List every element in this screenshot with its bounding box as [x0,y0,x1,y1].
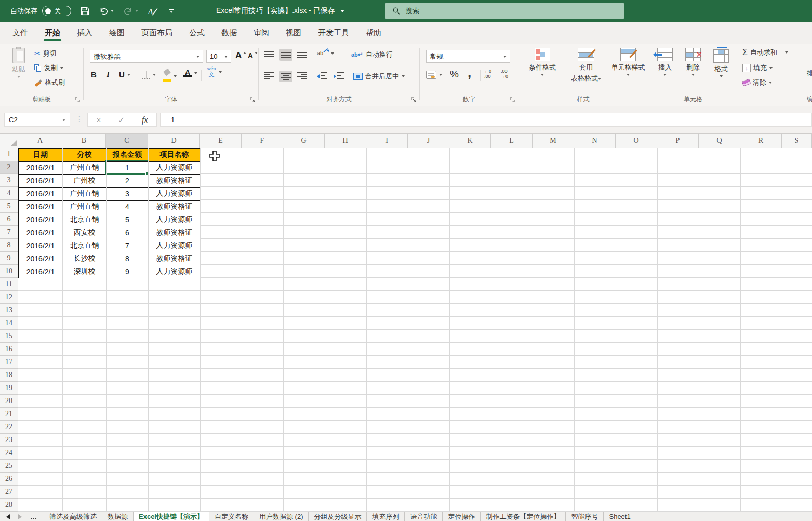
paste-button[interactable]: 粘贴 [7,48,30,78]
percent-style-button[interactable]: % [450,69,459,80]
phonetic-guide-button[interactable]: wén 文 [207,66,222,77]
copy-chevron[interactable] [60,67,63,69]
table-cell[interactable]: 深圳校 [63,265,107,278]
format-painter-button[interactable]: 格式刷 [34,78,65,87]
wrap-text-button[interactable]: ab↵ 自动换行 [351,50,393,59]
sheet-tab-5[interactable]: 分组及分级显示 [309,512,367,521]
column-header-M[interactable]: M [533,134,574,148]
phonetic-guide-chevron[interactable] [219,71,222,73]
clipboard-dialog-launcher[interactable] [75,97,81,103]
sheet-tab-4[interactable]: 用户数据源 (2) [254,512,309,521]
font-size-select[interactable]: 10 [206,50,231,63]
undo-dropdown-chevron[interactable] [111,10,114,12]
row-header-21[interactable]: 21 [0,408,18,421]
number-dialog-launcher[interactable] [510,97,515,103]
align-middle-button[interactable] [279,49,292,61]
table-cell[interactable]: 长沙校 [63,252,107,265]
sheet-tab-6[interactable]: 填充序列 [367,512,405,521]
column-header-Q[interactable]: Q [699,134,740,148]
font-color-button[interactable]: A [183,69,197,77]
column-header-L[interactable]: L [491,134,533,148]
column-header-H[interactable]: H [325,134,366,148]
row-header-15[interactable]: 15 [0,330,18,343]
orientation-chevron[interactable] [331,52,334,55]
table-cell[interactable]: 2016/2/1 [19,188,63,201]
shrink-font-button[interactable]: A [248,52,258,59]
table-cell[interactable]: 2016/2/1 [19,201,63,213]
table-header-cell[interactable]: 分校 [63,149,107,162]
row-header-4[interactable]: 4 [0,187,18,200]
row-header-3[interactable]: 3 [0,174,18,187]
format-as-table-button[interactable]: 套用 表格格式 [564,48,608,83]
name-box[interactable]: C2 [4,113,70,127]
alignment-dialog-launcher[interactable] [411,97,417,103]
format-cells-button[interactable]: 格式 [709,48,734,77]
sheet-nav-left-icon[interactable] [6,514,10,519]
table-cell[interactable]: 人力资源师 [149,239,201,252]
fill-chevron[interactable] [769,67,773,69]
align-top-button[interactable] [264,50,274,59]
autosum-button[interactable]: Σ 自动求和 [742,48,788,57]
row-header-22[interactable]: 22 [0,421,18,434]
row-header-1[interactable]: 1 [0,148,18,161]
row-header-19[interactable]: 19 [0,382,18,395]
grow-font-button[interactable]: A [235,51,246,60]
formula-input[interactable]: 1 [160,113,812,127]
increase-indent-button[interactable] [334,72,344,80]
table-header-cell[interactable]: 日期 [19,149,63,162]
table-cell[interactable]: 2016/2/1 [19,162,63,175]
sheet-tab-7[interactable]: 语音功能 [405,512,443,521]
table-cell[interactable]: 人力资源师 [149,162,201,175]
table-cell[interactable]: 6 [107,226,149,239]
copy-button[interactable]: 复制 [34,63,63,73]
orientation-button[interactable]: ab [317,49,334,58]
delete-cells-button[interactable]: ✕ 删除 [681,48,705,76]
ribbon-tab-1[interactable]: 开始 [36,22,69,44]
borders-button[interactable] [142,71,156,79]
ribbon-tab-3[interactable]: 绘图 [101,22,133,44]
decrease-decimal-button[interactable]: .00 →0 [501,69,508,79]
decrease-indent-button[interactable] [317,72,327,80]
undo-button[interactable] [99,7,114,16]
ribbon-tab-6[interactable]: 数据 [213,22,245,44]
table-cell[interactable]: 人力资源师 [149,265,201,278]
borders-chevron[interactable] [153,74,156,76]
row-header-16[interactable]: 16 [0,343,18,356]
accounting-format-chevron[interactable] [439,74,442,76]
save-button[interactable] [81,7,89,16]
formula-bar-grip[interactable]: ⋮ [76,115,83,123]
table-cell[interactable]: 人力资源师 [149,213,201,226]
row-header-8[interactable]: 8 [0,239,18,252]
ribbon-tab-10[interactable]: 帮助 [357,22,390,44]
row-header-25[interactable]: 25 [0,460,18,473]
merge-center-chevron[interactable] [402,75,405,77]
row-header-14[interactable]: 14 [0,317,18,330]
column-header-F[interactable]: F [242,134,283,148]
row-header-20[interactable]: 20 [0,395,18,408]
row-header-5[interactable]: 5 [0,200,18,213]
table-cell[interactable]: 教师资格证 [149,201,201,213]
font-color-chevron[interactable] [194,72,197,74]
ribbon-tab-5[interactable]: 公式 [181,22,213,44]
row-header-10[interactable]: 10 [0,265,18,278]
qat-customize-button[interactable] [169,9,174,13]
ribbon-tab-7[interactable]: 审阅 [245,22,277,44]
row-header-28[interactable]: 28 [0,499,18,512]
column-header-J[interactable]: J [408,134,449,148]
sheet-tab-1[interactable]: 数据源 [102,512,134,521]
table-cell[interactable]: 2016/2/1 [19,252,63,265]
insert-cells-button[interactable]: 插入 [653,48,677,76]
accounting-format-button[interactable] [426,71,442,79]
column-header-K[interactable]: K [449,134,491,148]
column-header-O[interactable]: O [616,134,657,148]
table-cell[interactable]: 教师资格证 [149,175,201,188]
sheet-tab-3[interactable]: 自定义名称 [209,512,254,521]
row-header-12[interactable]: 12 [0,291,18,304]
align-left-button[interactable] [264,72,274,80]
select-all-corner[interactable] [0,134,18,148]
ribbon-tab-2[interactable]: 插入 [69,22,101,44]
column-header-P[interactable]: P [657,134,699,148]
ribbon-tab-0[interactable]: 文件 [4,22,36,44]
row-header-24[interactable]: 24 [0,447,18,460]
table-cell[interactable]: 广州校 [63,175,107,188]
